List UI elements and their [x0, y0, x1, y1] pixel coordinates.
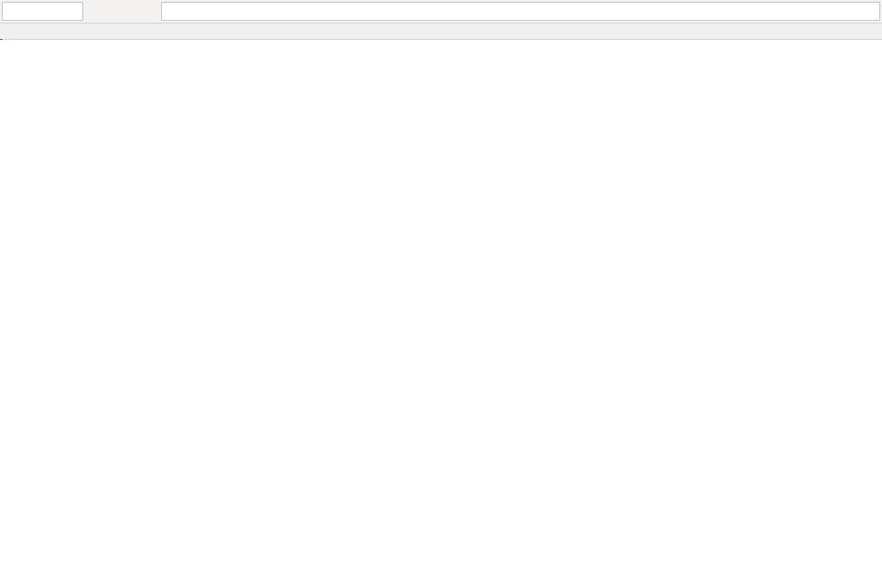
ribbon-gap	[0, 24, 882, 40]
formula-bar	[0, 0, 882, 24]
fx-button[interactable]	[138, 0, 161, 23]
separator-icon	[85, 0, 94, 23]
name-box[interactable]	[2, 2, 83, 21]
cancel-button[interactable]	[94, 0, 116, 23]
formula-input[interactable]	[161, 2, 880, 21]
confirm-button[interactable]	[116, 0, 138, 23]
